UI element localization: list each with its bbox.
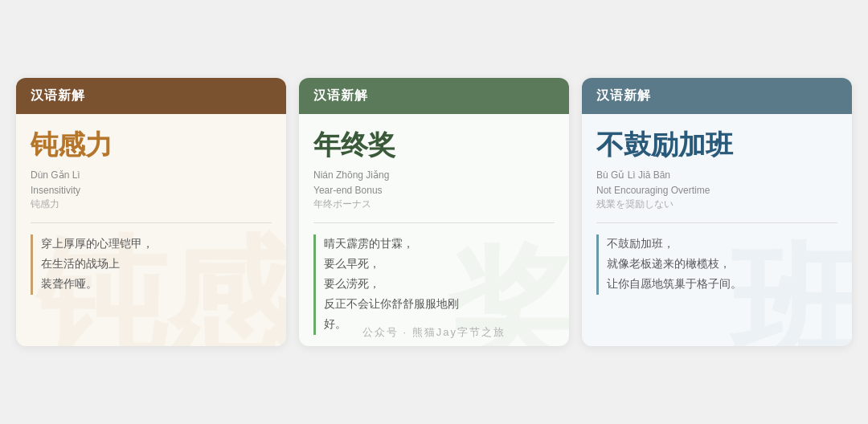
card-3-description: 不鼓励加班，就像老板递来的橄榄枝，让你自愿地筑巢于格子间。 [596, 234, 837, 295]
card-1-pinyin: Dùn Gǎn Lì [31, 168, 272, 183]
card-2-body: 奖 年终奖 Nián Zhōng Jiǎng Year-end Bonus 年终… [299, 114, 569, 346]
card-1-body: 钝感 钝感力 Dùn Gǎn Lì Insensitivity 钝感力 穿上厚厚… [16, 114, 286, 346]
card-1-header-text: 汉语新解 [31, 88, 85, 102]
card-year-end-bonus: 汉语新解 奖 年终奖 Nián Zhōng Jiǎng Year-end Bon… [299, 78, 569, 346]
card-3-header: 汉语新解 [582, 78, 852, 114]
card-2-header-text: 汉语新解 [313, 88, 368, 102]
cards-wrapper: 汉语新解 钝感 钝感力 Dùn Gǎn Lì Insensitivity 钝感力… [16, 78, 852, 346]
card-3-divider [596, 222, 837, 223]
card-3-body: 班 不鼓励加班 Bù Gǔ Lì Jiā Bān Not Encouraging… [582, 114, 852, 346]
card-2-pinyin: Nián Zhōng Jiǎng [313, 168, 555, 183]
card-3-english: Not Encouraging Overtime [596, 185, 837, 196]
card-3-header-text: 汉语新解 [596, 88, 651, 102]
card-no-overtime: 汉语新解 班 不鼓励加班 Bù Gǔ Lì Jiā Bān Not Encour… [582, 78, 852, 346]
card-3-main-title: 不鼓励加班 [596, 128, 837, 161]
card-1-description: 穿上厚厚的心理铠甲，在生活的战场上装聋作哑。 [31, 234, 272, 295]
card-insensitivity: 汉语新解 钝感 钝感力 Dùn Gǎn Lì Insensitivity 钝感力… [16, 78, 286, 346]
card-1-divider [31, 222, 272, 223]
card-2-description: 晴天霹雳的甘霖，要么早死，要么涝死，反正不会让你舒舒服服地刚好。 [313, 234, 555, 335]
cards-container: 汉语新解 钝感 钝感力 Dùn Gǎn Lì Insensitivity 钝感力… [16, 78, 852, 346]
card-2-divider [313, 222, 555, 223]
card-2-main-title: 年终奖 [313, 128, 555, 161]
card-1-english: Insensitivity [31, 185, 272, 196]
card-3-chinese-sub: 残業を奨励しない [596, 198, 837, 211]
card-2-header: 汉语新解 [299, 78, 569, 114]
card-2-english: Year-end Bonus [313, 185, 555, 196]
card-1-header: 汉语新解 [16, 78, 286, 114]
card-3-pinyin: Bù Gǔ Lì Jiā Bān [596, 168, 837, 183]
card-1-main-title: 钝感力 [31, 128, 272, 161]
card-1-chinese-sub: 钝感力 [31, 198, 272, 211]
card-2-chinese-sub: 年终ボーナス [313, 198, 555, 211]
